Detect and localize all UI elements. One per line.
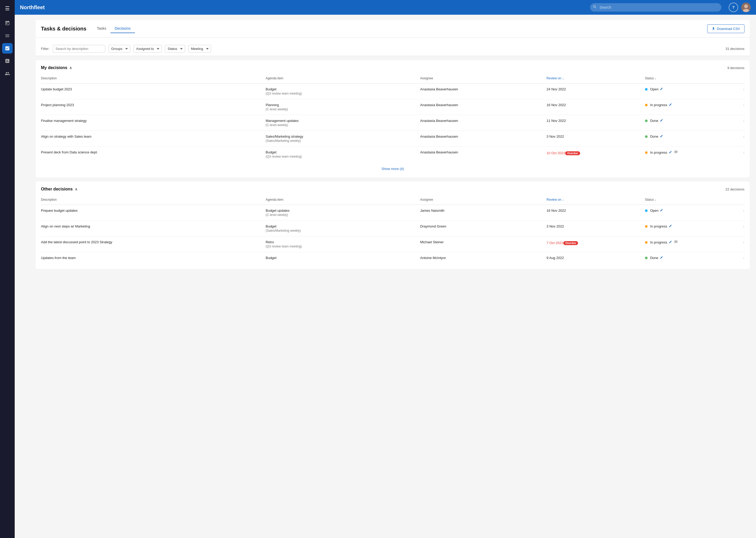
row-chevron-icon[interactable]: ›	[743, 87, 744, 91]
table-row: Add the latest discussed point to 2023 S…	[41, 237, 744, 252]
th-review-other[interactable]: Review on ↓	[546, 196, 645, 205]
cell-status: Done	[645, 131, 743, 146]
edit-status-icon[interactable]	[669, 241, 672, 244]
comment-icon[interactable]	[674, 150, 678, 155]
user-avatar[interactable]	[741, 3, 751, 12]
filter-search-input[interactable]	[53, 45, 105, 53]
table-row: Finalise management strategyManagement u…	[41, 115, 744, 131]
filter-bar: Filter: Groups Assigned to Status Meetin…	[36, 42, 750, 56]
table-row: Present deck from Data science dept.Budg…	[41, 146, 744, 162]
my-decisions-section: My decisions ∧ 9 decisions Description A…	[36, 60, 750, 177]
cell-row-arrow[interactable]: ›	[743, 205, 744, 221]
th-review[interactable]: Review on ↓	[546, 74, 645, 83]
cell-description: Prepare budget updates	[41, 205, 266, 221]
cell-row-arrow[interactable]: ›	[743, 99, 744, 115]
th-agenda-other: Agenda item	[266, 196, 420, 205]
cell-row-arrow[interactable]: ›	[743, 146, 744, 162]
other-decisions-count: 22 decisions	[726, 187, 744, 191]
sidebar-item-analytics[interactable]	[2, 56, 13, 66]
my-decisions-collapse-icon[interactable]: ∧	[69, 66, 72, 70]
cell-description: Align on next steps w/ Marketing	[41, 221, 266, 237]
my-decisions-header: My decisions ∧ 9 decisions	[41, 65, 744, 70]
cell-status: Done	[645, 252, 743, 264]
overdue-badge: Overdue	[565, 151, 580, 155]
row-chevron-icon[interactable]: ›	[743, 134, 744, 139]
filter-meeting-select[interactable]: Meeting	[188, 45, 211, 53]
edit-status-icon[interactable]	[660, 209, 663, 213]
filter-assigned-select[interactable]: Assigned to	[133, 45, 162, 53]
status-dot	[645, 241, 647, 244]
cell-row-arrow[interactable]: ›	[743, 221, 744, 237]
filter-status-select[interactable]: Status	[165, 45, 185, 53]
sidebar-menu-button[interactable]: ☰	[2, 3, 13, 14]
status-label: In progress	[650, 224, 667, 228]
sidebar-item-people[interactable]	[2, 68, 13, 79]
page-header-left: Tasks & decisions Tasks Decisions	[41, 24, 135, 33]
cell-review-date: 10 Oct 2022Overdue	[546, 146, 645, 162]
row-chevron-icon[interactable]: ›	[743, 119, 744, 123]
cell-agenda: Management updates(C-level weekly)	[266, 115, 420, 131]
status-label: Done	[650, 256, 658, 260]
status-sort-icon: ↓	[655, 77, 656, 80]
edit-status-icon[interactable]	[660, 256, 663, 260]
show-more-button[interactable]: Show more (4)	[381, 167, 404, 171]
th-assignee-other: Assignee	[420, 196, 547, 205]
edit-status-icon[interactable]	[669, 224, 672, 228]
cell-assignee: James Naismith	[420, 205, 547, 221]
cell-row-arrow[interactable]: ›	[743, 131, 744, 146]
status-dot	[645, 225, 647, 228]
cell-row-arrow[interactable]: ›	[743, 115, 744, 131]
cell-agenda: Budget(Sales/Marketing weekly)	[266, 221, 420, 237]
row-chevron-icon[interactable]: ›	[743, 240, 744, 244]
status-sort-icon-other: ↓	[655, 198, 656, 201]
download-csv-button[interactable]: Download CSV	[707, 25, 744, 33]
tabs: Tasks Decisions	[93, 24, 135, 33]
other-decisions-title: Other decisions ∧	[41, 187, 77, 191]
cell-agenda: Planning(C-level weekly)	[266, 99, 420, 115]
row-chevron-icon[interactable]: ›	[743, 103, 744, 107]
search-icon	[593, 5, 597, 10]
svg-point-1	[744, 4, 748, 8]
cell-row-arrow[interactable]: ›	[743, 237, 744, 252]
edit-status-icon[interactable]	[660, 119, 663, 123]
search-input[interactable]	[590, 3, 721, 12]
overdue-badge: Overdue	[563, 241, 578, 245]
cell-description: Updates from the team	[41, 252, 266, 264]
row-chevron-icon[interactable]: ›	[743, 224, 744, 229]
edit-status-icon[interactable]	[669, 150, 672, 154]
tab-tasks[interactable]: Tasks	[93, 24, 111, 33]
cell-row-arrow[interactable]: ›	[743, 83, 744, 99]
filter-groups-select[interactable]: Groups	[109, 45, 130, 53]
cell-status: In progress	[645, 221, 743, 237]
cell-row-arrow[interactable]: ›	[743, 252, 744, 264]
th-status-other[interactable]: Status ↓	[645, 196, 743, 205]
status-label: In progress	[650, 103, 667, 107]
table-row: Updates from the teamBudgetAntoine McInt…	[41, 252, 744, 264]
sidebar-item-list[interactable]	[2, 30, 13, 41]
edit-status-icon[interactable]	[660, 87, 663, 91]
cell-assignee: Michael Steiner	[420, 237, 547, 252]
table-row: Project planning 2023Planning(C-level we…	[41, 99, 744, 115]
cell-review-date: 9 Aug 2022	[546, 252, 645, 264]
cell-assignee: Anastasia Beaverhausen	[420, 146, 547, 162]
cell-description: Update budget 2023	[41, 83, 266, 99]
sidebar-item-tasks[interactable]	[2, 43, 13, 54]
th-status[interactable]: Status ↓	[645, 74, 743, 83]
status-dot	[645, 209, 647, 212]
help-button[interactable]: ?	[729, 3, 738, 12]
status-label: In progress	[650, 150, 667, 154]
tab-decisions[interactable]: Decisions	[111, 24, 135, 33]
sidebar-item-calendar[interactable]	[2, 18, 13, 28]
edit-status-icon[interactable]	[660, 134, 663, 138]
row-chevron-icon[interactable]: ›	[743, 209, 744, 213]
my-decisions-title: My decisions ∧	[41, 65, 72, 70]
row-chevron-icon[interactable]: ›	[743, 256, 744, 260]
cell-review-date: 3 Nov 2022	[546, 221, 645, 237]
edit-status-icon[interactable]	[669, 103, 672, 107]
app-title: Northfleet	[20, 4, 45, 11]
page-header: Tasks & decisions Tasks Decisions Downlo…	[36, 20, 750, 37]
cell-description: Present deck from Data science dept.	[41, 146, 266, 162]
comment-icon[interactable]	[674, 240, 678, 244]
other-decisions-collapse-icon[interactable]: ∧	[75, 187, 77, 191]
row-chevron-icon[interactable]: ›	[743, 150, 744, 154]
